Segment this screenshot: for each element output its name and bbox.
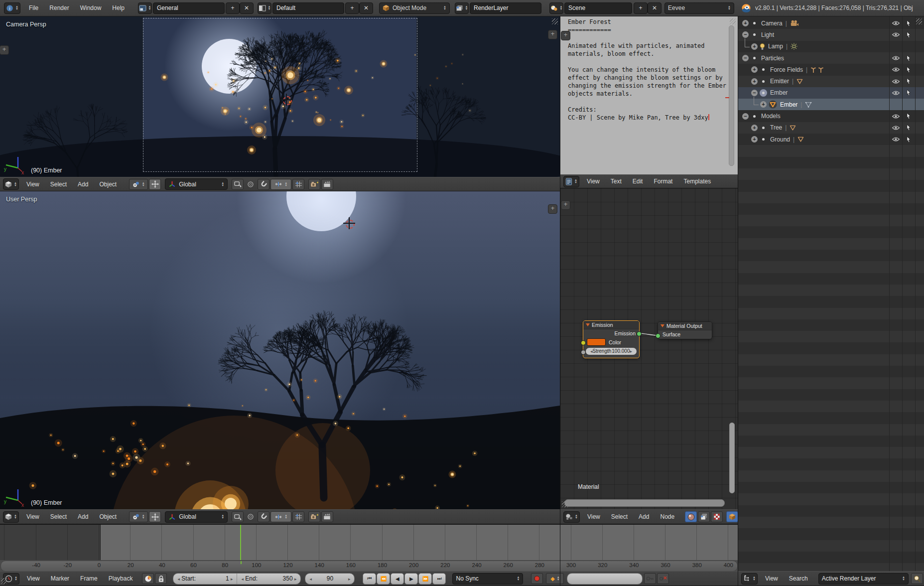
editor-type-button-3dview[interactable]: ▲▼	[3, 511, 19, 523]
outliner-row[interactable]	[738, 192, 924, 203]
outliner-row[interactable]	[738, 319, 924, 331]
outliner-row[interactable]	[738, 447, 924, 458]
outliner-row[interactable]: −Ember	[738, 87, 924, 99]
shader-type-linestyle-button[interactable]	[711, 511, 723, 522]
outliner-row[interactable]	[738, 354, 924, 366]
end-frame-field[interactable]: End: 350	[237, 574, 300, 584]
snap-element-button[interactable]	[292, 511, 304, 522]
playback-range-toggle[interactable]	[142, 573, 154, 584]
outliner-item-label[interactable]: Ground	[770, 136, 790, 143]
menu-marker[interactable]: Marker	[45, 575, 75, 582]
scene-name-field[interactable]: Scene	[564, 2, 632, 14]
jump-to-end-button[interactable]: ⏭	[432, 573, 446, 585]
expand-icon[interactable]: +	[760, 101, 767, 108]
proportional-edit-button[interactable]	[245, 511, 257, 522]
corner-grip[interactable]	[916, 18, 922, 24]
outliner-row[interactable]	[738, 250, 924, 261]
snap-toggle-button[interactable]	[258, 179, 269, 190]
outliner-item-label[interactable]: Light	[761, 31, 774, 38]
start-frame-field[interactable]: Start: 1	[173, 574, 237, 584]
workspace-name-field[interactable]: General	[153, 2, 225, 14]
delete-keyframe-button[interactable]	[657, 573, 669, 584]
outliner-row[interactable]	[738, 168, 924, 180]
strength-input-socket[interactable]	[581, 350, 586, 355]
orientation-dropdown[interactable]: Global▲▼	[165, 178, 228, 190]
expand-icon[interactable]: +	[751, 136, 758, 143]
menu-text[interactable]: Text	[605, 178, 627, 185]
outliner-row[interactable]	[738, 540, 924, 552]
menu-render[interactable]: Render	[44, 4, 74, 11]
texted-expand-button[interactable]: +	[561, 31, 570, 40]
layout-icon-button[interactable]: ▲▼	[258, 2, 271, 14]
keying-set-field[interactable]	[567, 573, 643, 585]
lock-range-button[interactable]	[155, 573, 167, 584]
proportional-edit-button[interactable]	[245, 179, 257, 190]
editor-type-button-outliner[interactable]: ▲▼	[741, 573, 758, 585]
outliner-row[interactable]	[738, 285, 924, 296]
toolbar-expand-button[interactable]: +	[0, 45, 9, 55]
collapse-icon[interactable]	[660, 324, 664, 327]
emission-node-header[interactable]: Emission	[583, 321, 639, 329]
corner-grip[interactable]	[1, 578, 7, 584]
expand-icon[interactable]: +	[751, 78, 758, 85]
color-swatch[interactable]	[587, 338, 606, 346]
emission-node[interactable]: Emission Emission Color Strength 100.000	[583, 320, 640, 358]
surface-input-socket[interactable]	[656, 333, 660, 338]
menu-select[interactable]: Select	[45, 181, 72, 188]
outliner-row[interactable]	[738, 366, 924, 377]
sidebar-expand-button[interactable]: +	[548, 204, 557, 214]
current-frame-field[interactable]: 90	[305, 573, 355, 585]
hide-toggle[interactable]	[890, 110, 902, 122]
text-scrollbar[interactable]	[729, 25, 734, 166]
corner-grip[interactable]	[552, 18, 558, 24]
timeline[interactable]: -40-200204060801001201401601802002202402…	[0, 524, 738, 571]
outliner-row[interactable]	[738, 157, 924, 168]
jump-to-start-button[interactable]: ⏮	[363, 573, 376, 585]
editor-type-button-text[interactable]: ▲▼	[563, 176, 579, 187]
menu-select[interactable]: Select	[606, 513, 633, 520]
selectable-toggle[interactable]	[903, 110, 915, 122]
prev-keyframe-button[interactable]: ⏪	[377, 573, 390, 585]
outliner-row[interactable]	[738, 505, 924, 517]
material-output-node-header[interactable]: Material Output	[658, 322, 712, 330]
menu-view[interactable]: View	[21, 575, 45, 582]
sequencer-button[interactable]	[321, 511, 333, 522]
hide-toggle[interactable]	[890, 122, 902, 134]
layout-name-field[interactable]: Default	[272, 2, 344, 14]
timeline-tracks[interactable]	[0, 524, 738, 560]
snap-toggle-button[interactable]	[258, 511, 269, 522]
scene-icon-button[interactable]: ▲▼	[549, 2, 563, 14]
outliner-row[interactable]	[738, 458, 924, 470]
outliner-row[interactable]	[738, 517, 924, 528]
selectable-toggle[interactable]	[903, 134, 915, 145]
outliner-search-button[interactable]	[911, 573, 923, 584]
corner-grip[interactable]	[562, 501, 568, 507]
shader-type-world-button[interactable]	[698, 511, 710, 522]
falloff-dropdown[interactable]: ▲▼	[270, 511, 291, 522]
outliner-row[interactable]	[738, 470, 924, 482]
outliner-row[interactable]	[738, 296, 924, 307]
menu-view[interactable]: View	[21, 181, 45, 188]
menu-window[interactable]: Window	[75, 4, 107, 11]
menu-object[interactable]: Object	[94, 181, 122, 188]
selectable-toggle[interactable]	[903, 64, 915, 75]
hide-toggle[interactable]	[890, 29, 902, 40]
outliner-row[interactable]	[738, 180, 924, 191]
outliner-item-label[interactable]: Models	[761, 113, 781, 120]
hide-toggle[interactable]	[890, 76, 902, 87]
sequencer-button[interactable]	[321, 179, 333, 190]
render-layer-icon-button[interactable]: ▲▼	[455, 2, 469, 14]
outliner-item-label[interactable]: Force Fields	[770, 66, 803, 73]
outliner[interactable]: +Camera|−Light+Lamp|−Particles+Force Fie…	[738, 16, 924, 571]
outliner-row[interactable]	[738, 308, 924, 319]
outliner-row[interactable]	[738, 528, 924, 540]
camera-add-button[interactable]: +	[308, 511, 320, 522]
close-scene-button[interactable]: ✕	[648, 2, 661, 14]
play-button[interactable]: ▶	[404, 573, 418, 585]
menu-file[interactable]: File	[23, 4, 44, 11]
menu-add[interactable]: Add	[72, 181, 94, 188]
outliner-row[interactable]	[738, 342, 924, 354]
menu-object[interactable]: Object	[94, 513, 122, 520]
menu-search[interactable]: Search	[784, 575, 813, 582]
outliner-row[interactable]	[738, 226, 924, 238]
